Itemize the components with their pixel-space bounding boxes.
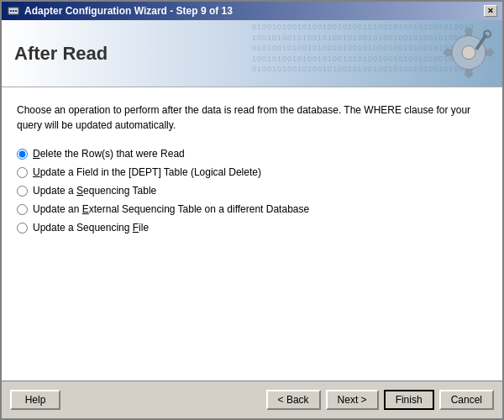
- help-button[interactable]: Help: [10, 390, 60, 410]
- svg-point-15: [484, 30, 491, 37]
- description-text: Choose an operation to perform after the…: [17, 102, 487, 133]
- option-delete-rows[interactable]: [17, 149, 28, 160]
- svg-rect-1: [10, 10, 12, 12]
- option-update-seq-table-label[interactable]: Update a Sequencing Table: [33, 185, 156, 197]
- option-update-ext-seq-label[interactable]: Update an External Sequencing Table on a…: [33, 203, 309, 215]
- header-banner: After Read 01001010010100100101001010010…: [2, 20, 502, 87]
- footer-left: Help: [10, 390, 60, 410]
- svg-rect-2: [13, 10, 14, 12]
- finish-button[interactable]: Finish: [384, 390, 434, 410]
- option-update-seq-file-label[interactable]: Update a Sequencing File: [33, 222, 149, 234]
- title-bar-left: Adapter Configuration Wizard - Step 9 of…: [7, 4, 233, 18]
- footer-right: < Back Next > Finish Cancel: [266, 390, 494, 410]
- footer: Help < Back Next > Finish Cancel: [2, 381, 502, 418]
- list-item: Update a Sequencing Table: [17, 185, 487, 197]
- title-text: Adapter Configuration Wizard - Step 9 of…: [24, 5, 233, 17]
- title-bar: Adapter Configuration Wizard - Step 9 of…: [2, 2, 502, 20]
- option-update-seq-file[interactable]: [17, 223, 28, 234]
- title-controls: ✕: [484, 5, 497, 17]
- list-item: Update an External Sequencing Table on a…: [17, 203, 487, 215]
- option-update-field-label[interactable]: Update a Field in the [DEPT] Table (Logi…: [33, 166, 261, 178]
- list-item: Delete the Row(s) that were Read: [17, 148, 487, 160]
- option-update-seq-table[interactable]: [17, 186, 28, 197]
- next-button[interactable]: Next >: [326, 390, 379, 410]
- back-button[interactable]: < Back: [266, 390, 321, 410]
- list-item: Update a Field in the [DEPT] Table (Logi…: [17, 166, 487, 178]
- option-update-field[interactable]: [17, 167, 28, 178]
- option-delete-rows-label[interactable]: Delete the Row(s) that were Read: [33, 148, 185, 160]
- cancel-button[interactable]: Cancel: [439, 390, 494, 410]
- option-update-ext-seq[interactable]: [17, 204, 28, 215]
- header-graphic: [444, 27, 494, 80]
- gear-icon: [444, 27, 494, 77]
- radio-group: Delete the Row(s) that were Read Update …: [17, 148, 487, 234]
- list-item: Update a Sequencing File: [17, 222, 487, 234]
- svg-point-13: [462, 45, 475, 59]
- content-area: Choose an operation to perform after the…: [2, 87, 502, 381]
- wizard-window: Adapter Configuration Wizard - Step 9 of…: [0, 0, 504, 420]
- page-title: After Read: [14, 43, 108, 65]
- adapter-icon: [7, 4, 20, 18]
- close-button[interactable]: ✕: [484, 5, 497, 17]
- svg-rect-3: [15, 10, 17, 12]
